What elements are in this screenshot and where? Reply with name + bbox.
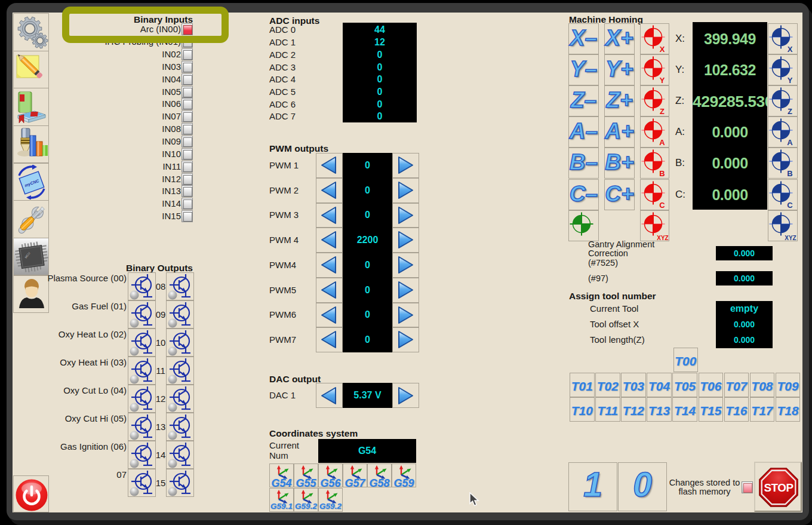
svg-text:B: B xyxy=(787,169,792,178)
svg-text:A: A xyxy=(787,138,793,147)
svg-text:STOP: STOP xyxy=(764,481,793,494)
svg-text:Y: Y xyxy=(660,76,665,85)
svg-text:X: X xyxy=(660,45,665,54)
svg-text:A: A xyxy=(659,138,665,147)
svg-text:Z: Z xyxy=(788,107,792,116)
svg-text:Z: Z xyxy=(660,107,665,116)
svg-text:Y: Y xyxy=(788,76,793,85)
svg-text:XYZ: XYZ xyxy=(657,235,668,241)
svg-text:C: C xyxy=(659,201,665,210)
svg-text:B: B xyxy=(659,169,665,178)
svg-text:XYZ: XYZ xyxy=(785,235,796,241)
svg-text:C: C xyxy=(787,201,793,210)
svg-text:X: X xyxy=(788,45,793,54)
